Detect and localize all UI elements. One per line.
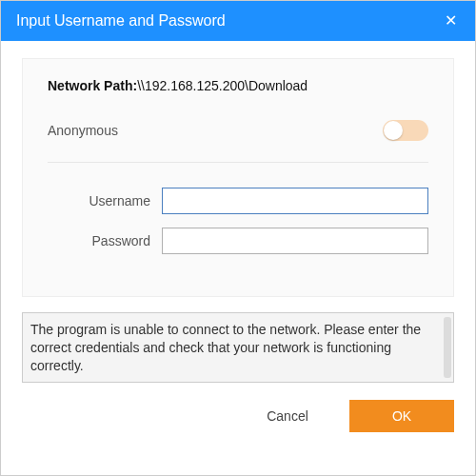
- username-input[interactable]: [162, 188, 428, 214]
- password-input[interactable]: [162, 228, 428, 254]
- cancel-button[interactable]: Cancel: [245, 400, 330, 432]
- dialog-title: Input Username and Password: [16, 12, 226, 30]
- network-path-row: Network Path:\\192.168.125.200\Download: [48, 78, 428, 93]
- network-path-value: \\192.168.125.200\Download: [137, 78, 307, 93]
- anonymous-label: Anonymous: [48, 123, 118, 138]
- toggle-knob: [384, 121, 403, 140]
- password-row: Password: [48, 228, 428, 254]
- form-panel: Network Path:\\192.168.125.200\Download …: [22, 58, 454, 297]
- error-message-box: The program is unable to connect to the …: [22, 312, 454, 383]
- ok-button[interactable]: OK: [349, 400, 454, 432]
- anonymous-row: Anonymous: [48, 120, 428, 141]
- username-label: Username: [48, 193, 162, 208]
- dialog-content: Network Path:\\192.168.125.200\Download …: [1, 41, 475, 475]
- network-path-label: Network Path:: [48, 78, 137, 93]
- anonymous-toggle[interactable]: [383, 120, 428, 141]
- message-scrollbar[interactable]: [444, 317, 451, 378]
- credentials-dialog: Input Username and Password ✕ Network Pa…: [0, 0, 476, 476]
- password-label: Password: [48, 233, 162, 248]
- titlebar: Input Username and Password ✕: [1, 1, 475, 41]
- username-row: Username: [48, 188, 428, 214]
- close-icon[interactable]: ✕: [441, 13, 460, 29]
- button-row: Cancel OK: [22, 400, 454, 432]
- divider: [48, 162, 428, 163]
- error-message-text: The program is unable to connect to the …: [30, 322, 421, 373]
